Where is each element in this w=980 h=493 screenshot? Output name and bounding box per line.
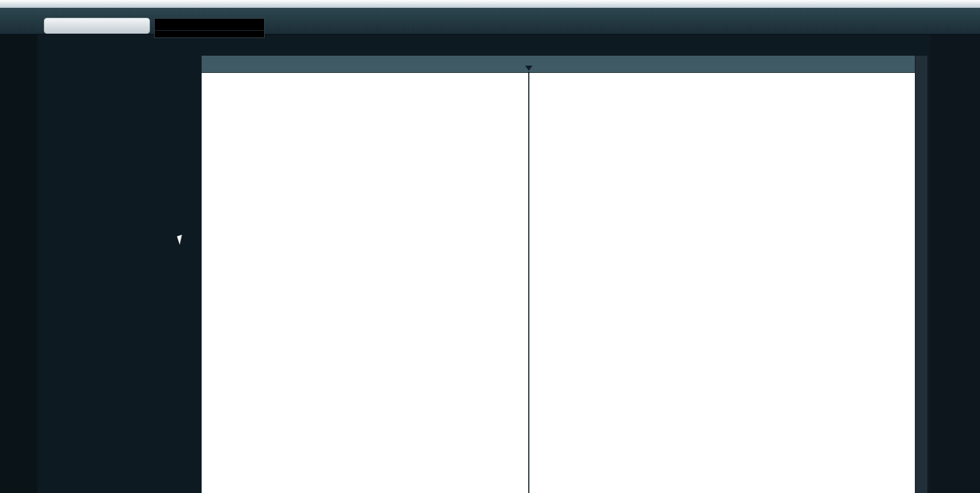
main-toolbar <box>0 8 980 35</box>
transport-controls <box>44 18 150 34</box>
selection-row <box>155 30 265 39</box>
arrange-view[interactable] <box>202 73 915 493</box>
track-control-panel <box>38 34 202 493</box>
transport-display[interactable] <box>154 18 265 38</box>
reaper-daw-window <box>0 0 980 493</box>
right-docker <box>931 34 980 493</box>
playhead-line[interactable] <box>528 72 529 493</box>
playhead-marker-icon[interactable] <box>525 66 532 71</box>
menubar <box>0 0 980 8</box>
vertical-scrollbar[interactable] <box>915 56 927 493</box>
left-docker <box>0 34 38 493</box>
timeline-ruler[interactable] <box>202 56 915 73</box>
